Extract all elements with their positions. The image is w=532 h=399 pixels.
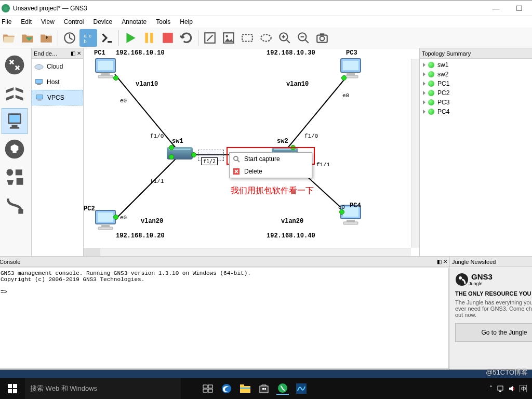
menu-help[interactable]: Help	[180, 18, 193, 25]
svg-rect-41	[98, 212, 113, 222]
note-icon[interactable]	[201, 29, 219, 47]
pause-icon[interactable]	[140, 29, 158, 47]
vlan-label: vlan20	[141, 218, 163, 225]
svg-rect-38	[101, 73, 110, 75]
port-label: f1/1	[150, 178, 164, 184]
topology-canvas[interactable]: PC1 PC2 PC3 PC4 sw1 sw2 192.168.10.10 19…	[84, 48, 419, 256]
image-icon[interactable]	[220, 29, 237, 47]
topo-item-pc4[interactable]: PC4	[423, 107, 532, 116]
import-icon[interactable]	[37, 29, 55, 47]
task-view-icon[interactable]	[202, 382, 214, 395]
menu-control[interactable]: Control	[64, 18, 84, 25]
zoom-out-icon[interactable]	[295, 29, 312, 47]
tray-ime-icon[interactable]: 中	[520, 385, 527, 392]
device-cloud[interactable]: Cloud	[32, 59, 83, 74]
svg-point-17	[5, 56, 24, 75]
label-pc4: PC4	[350, 202, 361, 209]
open-icon[interactable]	[0, 29, 18, 47]
svg-rect-63	[203, 389, 207, 392]
devices-panel: End de…◧✕ Cloud Host VPCS	[32, 48, 84, 256]
save-icon[interactable]	[19, 29, 36, 47]
minimize-button[interactable]: —	[484, 1, 508, 16]
stop-icon[interactable]	[159, 29, 177, 47]
menu-annotate[interactable]: Annotate	[122, 18, 147, 25]
panel-close-icon[interactable]: ✕	[443, 259, 447, 264]
panel-float-icon[interactable]: ◧	[71, 50, 75, 56]
taskbar-search[interactable]: 搜索 Web 和 Windows	[25, 378, 181, 399]
panel-float-icon[interactable]: ◧	[437, 259, 442, 264]
status-dot-icon	[428, 71, 434, 77]
svg-rect-68	[240, 388, 250, 389]
svg-rect-5	[150, 33, 153, 43]
canvas-scroll-h[interactable]	[84, 248, 411, 256]
router-category-icon[interactable]	[2, 52, 28, 78]
screenshot-icon[interactable]	[313, 29, 331, 47]
menu-file[interactable]: File	[2, 18, 11, 25]
menu-tools[interactable]: Tools	[156, 18, 170, 25]
svg-point-56	[459, 276, 462, 280]
svg-text:c: c	[89, 32, 91, 38]
svg-rect-58	[13, 384, 17, 388]
canvas-scroll-v[interactable]	[411, 59, 419, 248]
store-icon[interactable]	[258, 382, 270, 395]
svg-rect-74	[498, 386, 503, 390]
ctx-delete[interactable]: Delete	[230, 165, 312, 178]
system-tray[interactable]: ˄ 中	[484, 385, 532, 392]
topo-item-pc2[interactable]: PC2	[423, 88, 532, 98]
menu-edit[interactable]: Edit	[21, 18, 32, 25]
svg-rect-57	[8, 384, 12, 388]
svg-rect-62	[208, 385, 212, 388]
svg-rect-67	[240, 384, 244, 387]
console-output[interactable]: GNS3 management console. Running GNS3 ve…	[0, 268, 449, 369]
svg-rect-42	[101, 225, 110, 227]
link-tool-icon[interactable]	[2, 192, 28, 218]
all-devices-icon[interactable]	[2, 164, 28, 190]
switch-category-icon[interactable]	[2, 80, 28, 106]
svg-point-9	[226, 35, 228, 37]
svg-rect-70	[262, 388, 264, 390]
topo-item-pc3[interactable]: PC3	[423, 98, 532, 107]
tray-volume-icon[interactable]	[508, 385, 515, 392]
tray-up-icon[interactable]: ˄	[489, 385, 493, 392]
explorer-icon[interactable]	[239, 382, 251, 395]
device-vpcs[interactable]: VPCS	[32, 90, 83, 105]
edge-icon[interactable]	[220, 382, 233, 395]
topo-item-sw1[interactable]: sw1	[423, 60, 532, 70]
menu-view[interactable]: View	[41, 18, 55, 25]
menu-device[interactable]: Device	[94, 18, 113, 25]
devices-panel-title: End de…	[34, 50, 58, 57]
zoom-in-icon[interactable]	[276, 29, 294, 47]
svg-rect-61	[203, 385, 207, 388]
go-to-jungle-button[interactable]: Go to the Jungle	[455, 323, 532, 342]
wireshark-taskbar-icon[interactable]	[295, 382, 308, 395]
reload-icon[interactable]	[178, 29, 195, 47]
show-names-icon[interactable]: acb	[79, 29, 97, 47]
ctx-start-capture[interactable]: Start capture	[230, 153, 312, 165]
tray-network-icon[interactable]	[497, 385, 504, 392]
console-icon[interactable]	[98, 29, 116, 47]
node-pc2-icon[interactable]	[93, 209, 118, 230]
topo-item-pc1[interactable]: PC1	[423, 79, 532, 88]
windows-taskbar: 搜索 Web 和 Windows ˄ 中	[0, 378, 532, 399]
rectangle-icon[interactable]	[238, 29, 256, 47]
play-icon[interactable]	[122, 29, 139, 47]
svg-rect-71	[264, 388, 266, 390]
news-body-text: The Jungle has everything you will ever …	[455, 299, 532, 318]
label-pc3: PC3	[346, 49, 357, 57]
port-label: f1/0	[304, 133, 318, 139]
panel-close-icon[interactable]: ✕	[77, 50, 81, 56]
start-button[interactable]	[0, 378, 25, 399]
port-f12-label: f1/2	[201, 157, 218, 165]
topology-header: Topology Summary◧✕	[420, 48, 532, 59]
link-endpoint	[191, 152, 196, 157]
snapshot-icon[interactable]	[61, 29, 78, 47]
topo-item-sw2[interactable]: sw2	[423, 70, 532, 79]
maximize-button[interactable]: ☐	[508, 1, 531, 16]
main-toolbar: acb	[0, 28, 532, 48]
security-category-icon[interactable]	[2, 136, 28, 162]
ellipse-icon[interactable]	[257, 29, 275, 47]
device-host[interactable]: Host	[32, 74, 83, 90]
end-device-category-icon[interactable]	[2, 108, 28, 134]
svg-text:b: b	[84, 38, 87, 44]
app-taskbar-icon[interactable]	[276, 382, 289, 395]
